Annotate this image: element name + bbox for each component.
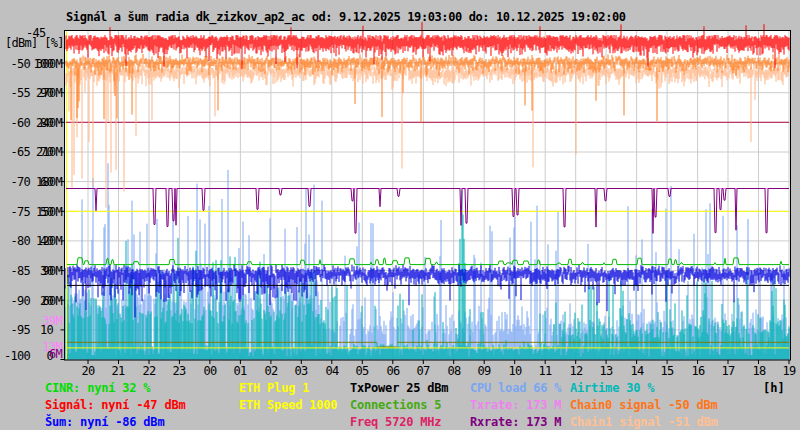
y-axis-label: 180M: [34, 175, 62, 189]
x-axis-label: 09: [477, 364, 490, 378]
y-axis-marker-39M: 39M: [34, 314, 62, 328]
y-axis-label: -50: [2, 57, 30, 71]
x-axis-label: 10: [508, 364, 521, 378]
legend-item-chain1: Chain1 signal -51 dBm: [570, 415, 718, 429]
y-axis-marker-6M: 6M: [34, 347, 62, 361]
y-axis-label: 210M: [34, 145, 62, 159]
y-axis-label: -60: [2, 116, 30, 130]
y-axis-label: -80: [2, 234, 30, 248]
x-axis-label: 03: [294, 364, 307, 378]
y-axis-label: -90: [2, 294, 30, 308]
x-axis-label: 08: [447, 364, 460, 378]
x-axis-label: 12: [569, 364, 582, 378]
legend-item-cpu: CPU load 66 %: [470, 381, 561, 395]
x-axis-label: 21: [111, 364, 124, 378]
x-axis-label: 13: [599, 364, 612, 378]
x-axis-label: 18: [752, 364, 765, 378]
x-axis-label: 16: [691, 364, 704, 378]
y-axis-label: 240M: [34, 116, 62, 130]
x-axis-label: 06: [386, 364, 399, 378]
legend-item-freq: Freq 5720 MHz: [350, 415, 441, 429]
legend-item-airtime: Airtime 30 %: [570, 381, 654, 395]
y-axis-label: -95: [2, 323, 30, 337]
x-axis-label: 19: [782, 364, 795, 378]
y-axis-label: -65: [2, 145, 30, 159]
y-axis-label: 270M: [34, 86, 62, 100]
legend-item-txpower: TxPower 25 dBm: [350, 381, 448, 395]
y-axis-label: 300M: [34, 57, 62, 71]
y-axis-label: 60M: [34, 294, 62, 308]
x-axis-label: 02: [264, 364, 277, 378]
y-axis-label: 120M: [34, 234, 62, 248]
x-axis-label: 23: [172, 364, 185, 378]
x-axis-label: 00: [203, 364, 216, 378]
x-axis-label: 05: [355, 364, 368, 378]
legend-item-cinr: CINR: nyní 32 %: [45, 381, 150, 395]
legend-item-šum: Šum: nyní -86 dBm: [45, 415, 164, 429]
legend-item-eth: ETH Plug 1: [239, 381, 309, 395]
y-axis-label: -75: [2, 205, 30, 219]
y-axis-label: 150M: [34, 205, 62, 219]
x-axis-label: 22: [142, 364, 155, 378]
y-axis-label: -70: [2, 175, 30, 189]
y-axis-label: -100: [2, 349, 30, 363]
legend-item-connections: Connections 5: [350, 398, 441, 412]
rrd-graph-page: { "title": "Signál a šum radia dk_zizkov…: [0, 0, 800, 430]
legend-item-rxrate: Rxrate: 173 M: [470, 415, 561, 429]
y-axis-label: -55: [2, 86, 30, 100]
y-axis-label: -85: [2, 264, 30, 278]
legend-item-eth: ETH Speed 1000: [239, 398, 337, 412]
x-axis-label: 20: [81, 364, 94, 378]
x-axis-label: 11: [538, 364, 551, 378]
x-axis-label: 15: [660, 364, 673, 378]
x-axis-label: 01: [233, 364, 246, 378]
legend-item-chain0: Chain0 signal -50 dBm: [570, 398, 718, 412]
x-axis-label: 04: [325, 364, 338, 378]
legend-item-signál: Signál: nyní -47 dBm: [45, 398, 186, 412]
x-axis-label: 14: [630, 364, 643, 378]
x-axis-label: 17: [721, 364, 734, 378]
legend-item-txrate: Txrate: 173 M: [470, 398, 561, 412]
x-axis-label: 07: [416, 364, 429, 378]
y-axis-label: 90M: [34, 264, 62, 278]
